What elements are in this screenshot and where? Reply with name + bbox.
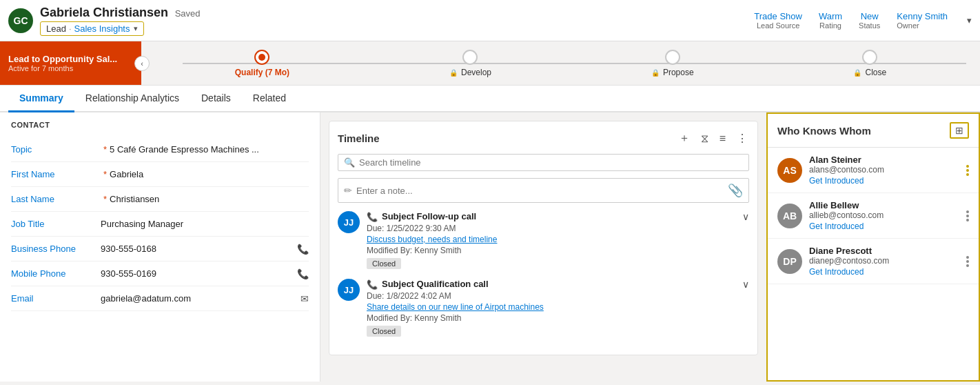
menu-dot	[966, 256, 969, 259]
field-label[interactable]: Job Title	[11, 219, 101, 229]
breadcrumb-sales-insights[interactable]: Sales Insights	[74, 23, 130, 34]
breadcrumb-separator: ·	[69, 23, 72, 34]
timeline-link[interactable]: Share details on our new line of Airpot …	[367, 302, 749, 312]
contact-menu-button[interactable]	[966, 210, 969, 221]
timeline-search-box[interactable]: 🔍	[338, 154, 749, 171]
get-introduced-link[interactable]: Get Introduced	[809, 221, 959, 231]
menu-dot	[966, 210, 969, 213]
header-meta: Trade Show Lead Source Warm Rating New S…	[754, 11, 972, 30]
timeline-avatar: JJ	[338, 211, 360, 233]
process-collapse-button[interactable]: ‹	[134, 56, 150, 71]
timeline-filter-button[interactable]: ⧖	[700, 131, 710, 146]
phone-icon[interactable]: 📞	[297, 268, 309, 279]
process-step-qualify[interactable]: Qualify (7 Mo)	[235, 50, 289, 77]
step-circle-develop	[462, 50, 478, 65]
menu-dot	[966, 260, 969, 263]
field-label[interactable]: Email	[11, 293, 101, 304]
contact-fields: Topic * 5 Café Grande Espresso Machines …	[11, 137, 309, 311]
contact-email: dianep@contoso.com	[809, 256, 959, 266]
contact-item: AS Alan Steiner alans@contoso.com Get In…	[768, 148, 979, 193]
field-value: Christiansen	[110, 194, 309, 204]
contact-panel: CONTACT Topic * 5 Café Grande Espresso M…	[0, 112, 320, 382]
field-label[interactable]: Topic	[11, 144, 101, 155]
status-badge: Closed	[367, 258, 401, 269]
process-subtitle: Active for 7 months	[8, 64, 133, 72]
menu-dot	[966, 173, 969, 176]
timeline-note-input[interactable]	[356, 186, 728, 196]
top-header: GC Gabriela Christiansen Saved Lead · Sa…	[0, 0, 980, 41]
process-step-develop[interactable]: 🔒 Develop	[449, 50, 491, 77]
who-knows-header: Who Knows Whom ⊞	[768, 114, 979, 148]
process-step-propose[interactable]: 🔒 Propose	[651, 50, 694, 77]
process-steps: Qualify (7 Mo) 🔒 Develop 🔒 Propose 🔒 Clo…	[141, 50, 980, 77]
timeline-add-button[interactable]: ＋	[677, 130, 691, 147]
contact-menu-button[interactable]	[966, 256, 969, 267]
get-introduced-link[interactable]: Get Introduced	[809, 267, 959, 277]
tab-relationship-analytics[interactable]: Relationship Analytics	[74, 86, 190, 112]
tab-details[interactable]: Details	[190, 86, 242, 112]
field-label[interactable]: Business Phone	[11, 244, 101, 254]
timeline-avatar: JJ	[338, 279, 360, 301]
contact-field-row: Business Phone 930-555-0168 📞	[11, 237, 309, 261]
contact-field-row: First Name * Gabriela	[11, 162, 309, 187]
phone-icon[interactable]: 📞	[297, 244, 309, 255]
step-label-close: 🔒 Close	[853, 68, 886, 77]
expand-icon[interactable]: ∨	[742, 211, 749, 222]
contact-field-row: Topic * 5 Café Grande Espresso Machines …	[11, 137, 309, 162]
field-label[interactable]: First Name	[11, 169, 101, 179]
timeline-subject-text: Subject Qualification call	[382, 279, 489, 289]
timeline-link[interactable]: Discuss budget, needs and timeline	[367, 235, 749, 244]
contact-menu-button[interactable]	[966, 165, 969, 176]
status-value: New	[861, 11, 879, 21]
contact-item: DP Diane Prescott dianep@contoso.com Get…	[768, 239, 979, 284]
timeline-sort-button[interactable]: ≡	[718, 131, 727, 146]
status-badge: Closed	[367, 326, 401, 337]
contact-field-row: Mobile Phone 930-555-0169 📞	[11, 261, 309, 286]
expand-icon[interactable]: ∨	[742, 279, 749, 290]
who-knows-title: Who Knows Whom	[777, 125, 950, 137]
lock-icon-develop: 🔒	[449, 69, 458, 77]
contact-info: Allie Bellew allieb@contoso.com Get Intr…	[809, 200, 959, 231]
get-introduced-link[interactable]: Get Introduced	[809, 176, 959, 186]
contact-list: AS Alan Steiner alans@contoso.com Get In…	[768, 148, 979, 284]
email-icon[interactable]: ✉	[300, 293, 309, 304]
step-label-develop: 🔒 Develop	[449, 68, 491, 77]
who-knows-expand-button[interactable]: ⊞	[950, 122, 969, 139]
contact-item: AB Allie Bellew allieb@contoso.com Get I…	[768, 193, 979, 239]
header-expand-icon[interactable]: ▾	[967, 15, 972, 26]
process-sidebar: Lead to Opportunity Sal... Active for 7 …	[0, 41, 141, 85]
field-value: 5 Café Grande Espresso Machines ...	[110, 144, 309, 155]
tab-related[interactable]: Related	[242, 86, 297, 112]
timeline-items: JJ 📞 Subject Follow-up call ∨ Due: 1/25/…	[338, 211, 749, 337]
breadcrumb-chevron-icon[interactable]: ▾	[134, 24, 138, 33]
contact-info: Diane Prescott dianep@contoso.com Get In…	[809, 246, 959, 277]
field-label[interactable]: Last Name	[11, 194, 101, 204]
timeline-more-button[interactable]: ⋮	[735, 130, 749, 146]
contact-avatar: AB	[777, 204, 802, 228]
middle-panel: Timeline ＋ ⧖ ≡ ⋮ 🔍 ✏ 📎 JJ 📞	[320, 112, 766, 382]
owner-value[interactable]: Kenny Smith	[897, 11, 948, 21]
timeline-modified: Modified By: Kenny Smith	[367, 246, 749, 255]
lead-source-label: Lead Source	[757, 21, 799, 30]
lead-source-value: Trade Show	[754, 11, 802, 21]
attachment-icon[interactable]: 📎	[728, 183, 743, 198]
timeline-due: Due: 1/25/2022 9:30 AM	[367, 224, 749, 233]
status-label: Status	[859, 21, 880, 30]
timeline-card: Timeline ＋ ⧖ ≡ ⋮ 🔍 ✏ 📎 JJ 📞	[329, 121, 758, 355]
step-label-propose: 🔒 Propose	[651, 68, 694, 77]
breadcrumb[interactable]: Lead · Sales Insights ▾	[40, 21, 144, 36]
search-icon: 🔍	[344, 157, 355, 168]
step-circle-qualify	[254, 50, 269, 65]
process-step-close[interactable]: 🔒 Close	[853, 50, 886, 77]
field-value: Gabriela	[110, 169, 309, 179]
timeline-search-input[interactable]	[359, 157, 743, 168]
timeline-note-box[interactable]: ✏ 📎	[338, 178, 749, 203]
menu-dot	[966, 264, 969, 267]
contact-name: Gabriela Christiansen	[40, 6, 168, 19]
timeline-item: JJ 📞 Subject Follow-up call ∨ Due: 1/25/…	[338, 211, 749, 269]
step-circle-propose	[665, 50, 680, 65]
tab-summary[interactable]: Summary	[8, 86, 74, 112]
step-circle-close	[862, 50, 877, 65]
process-line	[183, 63, 966, 64]
field-label[interactable]: Mobile Phone	[11, 268, 101, 279]
